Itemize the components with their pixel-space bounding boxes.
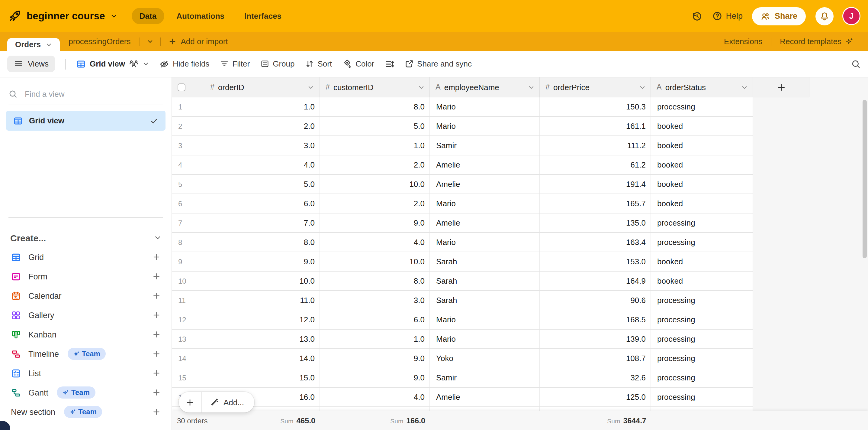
column-header-orderid[interactable]: # orderID: [172, 78, 320, 97]
plus-icon[interactable]: [152, 272, 161, 281]
cell-customerid[interactable]: 9.0: [320, 213, 430, 232]
cell-customerid[interactable]: 1.0: [320, 136, 430, 155]
table-row[interactable]: 3 3.0 1.0 Samir 111.2 booked: [172, 136, 753, 155]
create-item-grid[interactable]: Grid: [0, 247, 172, 267]
table-row[interactable]: 12 12.0 6.0 Mario 168.5 processing: [172, 310, 753, 329]
cell-orderprice[interactable]: 108.7: [540, 349, 651, 368]
table-row[interactable]: 4 4.0 2.0 Amelie 61.2 booked: [172, 155, 753, 175]
table-tab-processing-orders[interactable]: processingOrders: [60, 32, 140, 51]
cell-employeename[interactable]: Amelie: [430, 388, 540, 406]
cell-customerid[interactable]: 8.0: [320, 97, 430, 116]
cell-orderid[interactable]: 14 14.0: [172, 349, 320, 368]
row-height-button[interactable]: [384, 59, 394, 69]
nav-tab-data[interactable]: Data: [132, 8, 164, 24]
vertical-scrollbar[interactable]: [863, 100, 867, 258]
select-all-checkbox[interactable]: [178, 83, 185, 91]
create-section-header[interactable]: Create...: [10, 230, 161, 245]
cell-orderid[interactable]: 11 11.0: [172, 291, 320, 310]
cell-orderstatus[interactable]: processing: [651, 388, 753, 406]
column-header-orderprice[interactable]: # orderPrice: [540, 78, 651, 97]
cell-orderprice[interactable]: 139.0: [540, 329, 651, 348]
table-row[interactable]: 16 16.0 4.0 Amelie 125.0 processing: [172, 388, 753, 407]
cell-orderid[interactable]: 12 12.0: [172, 310, 320, 329]
cell-orderprice[interactable]: 32.6: [540, 368, 651, 387]
add-record-plus-button[interactable]: [179, 392, 202, 412]
column-header-orderstatus[interactable]: A orderStatus: [651, 78, 753, 97]
create-item-form[interactable]: Form: [0, 267, 172, 286]
sort-button[interactable]: Sort: [305, 59, 332, 68]
add-record-ai-button[interactable]: Add...: [202, 398, 254, 407]
cell-orderprice[interactable]: 150.3: [540, 97, 651, 116]
cell-orderid[interactable]: 6 6.0: [172, 194, 320, 213]
cell-customerid[interactable]: 10.0: [320, 175, 430, 194]
cell-employeename[interactable]: Yoko: [430, 349, 540, 368]
find-view-search[interactable]: [8, 86, 163, 102]
cell-customerid[interactable]: 3.0: [320, 291, 430, 310]
plus-icon[interactable]: [152, 369, 161, 377]
cell-employeename[interactable]: Mario: [430, 329, 540, 348]
chevron-down-icon[interactable]: [528, 84, 534, 90]
cell-employeename[interactable]: Sarah: [430, 252, 540, 271]
chevron-down-icon[interactable]: [418, 84, 425, 90]
cell-customerid[interactable]: 2.0: [320, 194, 430, 213]
table-tab-orders[interactable]: Orders: [7, 38, 60, 51]
group-button[interactable]: Group: [260, 59, 294, 68]
avatar[interactable]: J: [843, 8, 860, 24]
cell-customerid[interactable]: 9.0: [320, 368, 430, 387]
cell-orderid[interactable]: 1 1.0: [172, 97, 320, 116]
cell-orderprice[interactable]: 161.1: [540, 117, 651, 136]
cell-orderprice[interactable]: 191.4: [540, 175, 651, 194]
cell-customerid[interactable]: 9.0: [320, 349, 430, 368]
notifications-button[interactable]: [815, 7, 834, 25]
color-button[interactable]: Color: [342, 59, 374, 69]
cell-orderstatus[interactable]: processing: [651, 349, 753, 368]
cell-employeename[interactable]: Mario: [430, 97, 540, 116]
sidebar-item-grid-view[interactable]: Grid view: [6, 111, 165, 131]
cell-orderprice[interactable]: 111.2: [540, 136, 651, 155]
cell-orderid[interactable]: 4 4.0: [172, 155, 320, 174]
plus-icon[interactable]: [152, 330, 161, 339]
cell-orderstatus[interactable]: booked: [651, 175, 753, 194]
chevron-down-icon[interactable]: [307, 84, 319, 90]
grid-view-switcher[interactable]: Grid view: [76, 59, 149, 69]
cell-orderid[interactable]: 15 15.0: [172, 368, 320, 387]
cell-customerid[interactable]: 4.0: [320, 233, 430, 252]
cell-orderprice[interactable]: 163.4: [540, 233, 651, 252]
cell-orderid[interactable]: 3 3.0: [172, 136, 320, 155]
create-item-calendar[interactable]: 31 Calendar: [0, 286, 172, 306]
table-row[interactable]: 15 15.0 9.0 Samir 32.6 processing: [172, 368, 753, 388]
cell-employeename[interactable]: Amelie: [430, 155, 540, 174]
cell-orderstatus[interactable]: booked: [651, 136, 753, 155]
cell-customerid[interactable]: 10.0: [320, 252, 430, 271]
table-list-chevron-icon[interactable]: [141, 32, 160, 51]
cell-orderid[interactable]: 8 8.0: [172, 233, 320, 252]
cell-customerid[interactable]: 1.0: [320, 329, 430, 348]
cell-orderstatus[interactable]: booked: [651, 252, 753, 271]
create-item-new-section[interactable]: New section Team: [0, 402, 172, 422]
table-row[interactable]: 1 1.0 8.0 Mario 150.3 processing: [172, 97, 753, 117]
cell-employeename[interactable]: Amelie: [430, 175, 540, 194]
history-icon[interactable]: [691, 10, 702, 22]
cell-orderid[interactable]: 7 7.0: [172, 213, 320, 232]
cell-employeename[interactable]: Samir: [430, 136, 540, 155]
cell-employeename[interactable]: Mario: [430, 310, 540, 329]
cell-orderprice[interactable]: 153.0: [540, 252, 651, 271]
share-button[interactable]: Share: [752, 7, 806, 25]
plus-icon[interactable]: [152, 311, 161, 319]
cell-employeename[interactable]: Mario: [430, 233, 540, 252]
cell-orderprice[interactable]: 61.2: [540, 155, 651, 174]
cell-customerid[interactable]: 4.0: [320, 388, 430, 406]
orderprice-sum[interactable]: Sum 3644.7: [607, 417, 646, 425]
create-item-gantt[interactable]: Gantt Team: [0, 383, 172, 402]
nav-tab-automations[interactable]: Automations: [168, 8, 232, 24]
cell-customerid[interactable]: 6.0: [320, 310, 430, 329]
table-row[interactable]: 9 9.0 10.0 Sarah 153.0 booked: [172, 252, 753, 271]
add-field-button[interactable]: [753, 78, 809, 97]
cell-orderstatus[interactable]: processing: [651, 291, 753, 310]
table-row[interactable]: 5 5.0 10.0 Amelie 191.4 booked: [172, 175, 753, 194]
cell-orderprice[interactable]: 164.9: [540, 271, 651, 290]
cell-employeename[interactable]: Samir: [430, 368, 540, 387]
add-or-import-button[interactable]: Add or import: [161, 32, 236, 51]
table-row[interactable]: 6 6.0 2.0 Mario 165.7 booked: [172, 194, 753, 213]
base-title-chevron-icon[interactable]: [111, 13, 117, 19]
